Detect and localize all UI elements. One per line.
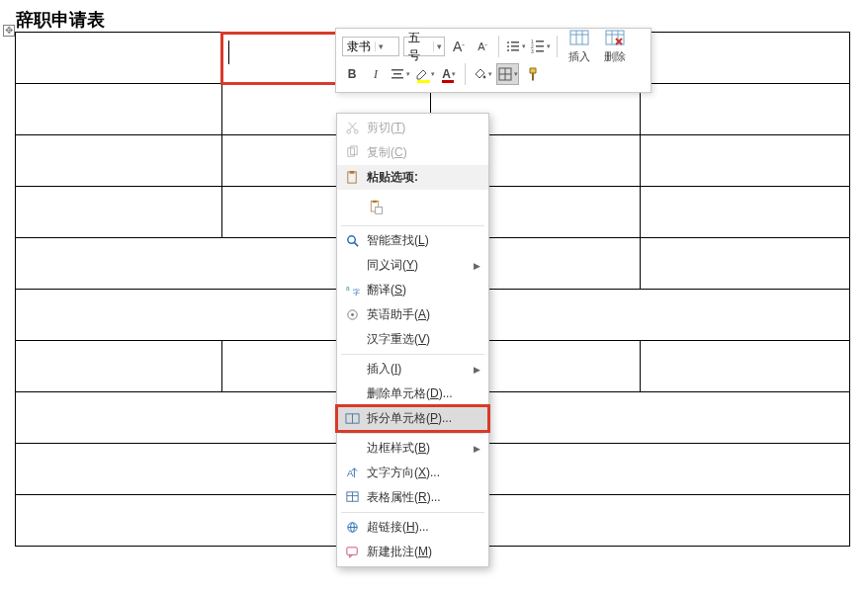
table-cell[interactable] [641,238,850,290]
menu-cut[interactable]: 剪切(T) [337,116,488,140]
page-title: 辞职申请表 [16,8,105,32]
svg-point-40 [347,236,355,244]
menu-label: 复制(C) [367,144,480,161]
menu-label: 拆分单元格(P)... [367,410,480,427]
menu-text-direction[interactable]: A 文字方向(X)... [337,461,488,485]
menu-label: 汉字重选(V) [367,331,480,348]
format-painter-button[interactable] [523,63,543,85]
table-cell[interactable] [16,135,222,187]
svg-rect-1 [511,42,519,43]
comment-icon [343,545,361,559]
search-icon [343,233,361,248]
mini-toolbar: 隶书 ▾ 五号 ▾ Aˆ Aˇ 123 插入 删除 B I [335,28,651,93]
svg-point-25 [483,76,486,79]
svg-line-41 [354,242,358,246]
assistant-icon [343,307,361,322]
table-cell[interactable] [16,84,222,135]
menu-paste-keep-source[interactable] [337,190,488,223]
delete-label: 删除 [604,49,626,64]
font-name-combo[interactable]: 隶书 ▾ [342,37,399,56]
svg-rect-5 [511,49,519,51]
shading-button[interactable] [472,63,492,85]
svg-rect-22 [391,69,403,71]
menu-smart-lookup[interactable]: 智能查找(L) [337,228,488,253]
menu-label: 翻译(S) [367,282,480,298]
cut-icon [343,121,361,135]
brush-icon [525,66,541,82]
svg-rect-36 [349,171,354,174]
svg-point-4 [507,49,509,51]
menu-table-properties[interactable]: 表格属性(R)... [337,485,488,510]
font-color-button[interactable]: A [439,63,459,85]
table-cell[interactable] [641,341,850,392]
table-delete-icon [605,30,625,49]
menu-separator [341,433,484,434]
svg-text:a: a [345,285,349,292]
chevron-right-icon: ▶ [474,444,480,454]
menu-label: 粘贴选项: [367,169,480,186]
menu-english-assistant[interactable]: 英语助手(A) [337,302,488,327]
menu-copy[interactable]: 复制(C) [337,140,488,165]
link-icon [343,520,361,535]
table-cell[interactable] [641,84,850,135]
shrink-font-button[interactable]: Aˇ [473,36,492,57]
menu-split-cells[interactable]: 拆分单元格(P)... [337,406,488,431]
menu-label: 剪切(T) [367,120,480,136]
table-cell[interactable] [16,187,222,238]
menu-label: 插入(I) [367,361,474,378]
align-button[interactable] [390,63,410,85]
chevron-down-icon: ▾ [433,42,444,51]
menu-new-comment[interactable]: 新建批注(M) [337,540,488,564]
chevron-right-icon: ▶ [474,365,480,375]
borders-button[interactable] [496,63,519,85]
grow-font-button[interactable]: Aˆ [449,36,469,57]
menu-label: 同义词(Y) [367,257,474,274]
align-icon [390,66,405,82]
svg-rect-23 [393,73,401,75]
menu-delete-cells[interactable]: 删除单元格(D)... [337,382,488,406]
menu-separator [341,512,484,513]
table-cell[interactable] [641,33,850,84]
menu-insert[interactable]: 插入(I) ▶ [337,357,488,382]
svg-rect-39 [375,207,382,213]
clipboard-icon [343,170,361,185]
table-cell[interactable] [16,341,222,392]
svg-rect-7 [536,41,544,42]
font-size-combo[interactable]: 五号 ▾ [403,37,445,56]
table-insert-button[interactable]: 插入 [564,30,595,64]
menu-label: 英语助手(A) [367,306,480,323]
svg-point-45 [351,313,354,316]
copy-icon [343,145,361,160]
table-move-handle-icon[interactable]: ✥ [3,25,15,37]
numbering-button[interactable]: 123 [530,36,551,57]
menu-label: 文字方向(X)... [367,465,480,481]
menu-hyperlink[interactable]: 超链接(H)... [337,515,488,540]
font-name-value: 隶书 [343,38,375,55]
menu-synonyms[interactable]: 同义词(Y) ▶ [337,253,488,278]
table-delete-button[interactable]: 删除 [599,30,631,64]
table-cell[interactable] [641,187,850,238]
table-cell[interactable] [16,33,222,84]
menu-label: 新建批注(M) [367,544,480,560]
bold-button[interactable]: B [342,63,362,85]
menu-translate[interactable]: a字 翻译(S) [337,278,488,302]
menu-border-style[interactable]: 边框样式(B) ▶ [337,436,488,461]
chevron-right-icon: ▶ [474,261,480,271]
bullets-icon [505,39,521,54]
menu-label: 边框样式(B) [367,440,474,457]
text-cursor-icon [228,41,229,64]
svg-point-2 [507,45,509,47]
menu-hanzi-reselect[interactable]: 汉字重选(V) [337,327,488,352]
svg-rect-3 [511,45,519,47]
context-menu: 剪切(T) 复制(C) 粘贴选项: 智能查找(L) 同义词(Y) ▶ a字 翻译… [336,113,489,567]
menu-paste-options-header: 粘贴选项: [337,165,488,190]
translate-icon: a字 [343,283,361,297]
highlight-button[interactable] [414,63,435,85]
table-properties-icon [343,490,361,505]
bullets-button[interactable] [505,36,526,57]
table-cell[interactable] [641,135,850,187]
italic-button[interactable]: I [366,63,386,85]
svg-rect-12 [570,31,588,44]
svg-rect-9 [536,45,544,47]
svg-text:3: 3 [531,48,534,54]
